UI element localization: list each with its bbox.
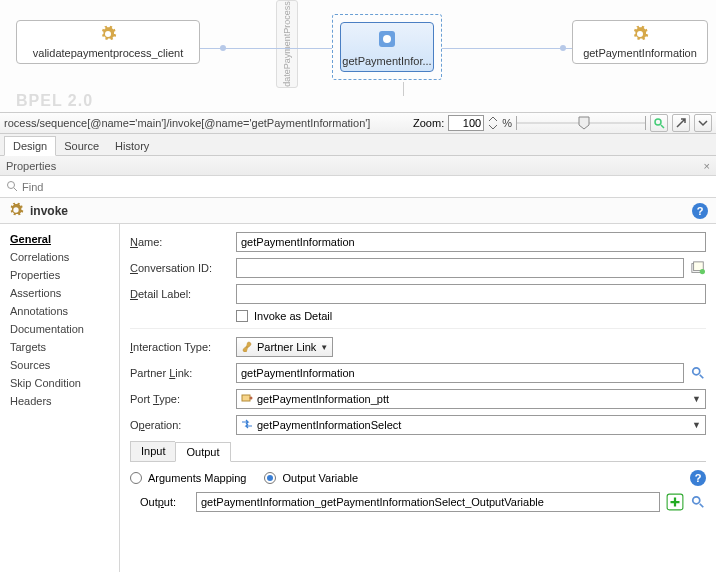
interaction-type-label: Interaction Type:	[130, 341, 230, 353]
subtab-output[interactable]: Output	[175, 442, 230, 462]
chevron-down-icon: ▼	[692, 420, 701, 430]
svg-point-5	[700, 269, 705, 274]
generate-id-button[interactable]	[690, 260, 706, 276]
zoom-pct: %	[502, 117, 512, 129]
zoom-fit-button[interactable]	[650, 114, 668, 132]
zoom-slider[interactable]	[516, 116, 646, 130]
sidebar-item-correlations[interactable]: Correlations	[10, 248, 109, 266]
sidebar-item-headers[interactable]: Headers	[10, 392, 109, 410]
tab-design[interactable]: Design	[4, 136, 56, 156]
conversation-id-label: Conversation ID:	[130, 262, 230, 274]
invoke-section-header: invoke ?	[0, 198, 716, 224]
arguments-mapping-label: Arguments Mapping	[148, 472, 246, 484]
partner-link-label: Partner Link:	[130, 367, 230, 379]
breadcrumb: rocess/sequence[@name='main']/invoke[@na…	[4, 117, 370, 129]
operation-icon	[241, 418, 253, 432]
node-label: getPaymentInformation	[583, 47, 697, 59]
breadcrumb-bar: rocess/sequence[@name='main']/invoke[@na…	[0, 112, 716, 134]
port-icon	[241, 392, 253, 406]
help-icon[interactable]: ?	[692, 203, 708, 219]
sidebar-item-skip-condition[interactable]: Skip Condition	[10, 374, 109, 392]
node-label: validatepaymentprocess_client	[33, 47, 183, 59]
interaction-type-dropdown[interactable]: Partner Link ▼	[236, 337, 333, 357]
svg-point-6	[693, 368, 700, 375]
sidebar-item-targets[interactable]: Targets	[10, 338, 109, 356]
svg-point-1	[655, 119, 661, 125]
svg-point-10	[693, 497, 700, 504]
sidebar-item-properties[interactable]: Properties	[10, 266, 109, 284]
browse-partner-link-button[interactable]	[690, 365, 706, 381]
bpel-watermark: BPEL 2.0	[16, 92, 93, 110]
form-panel: Name: Conversation ID: Detail Label: Inv…	[120, 224, 716, 572]
gear-icon	[631, 25, 649, 45]
side-nav: General Correlations Properties Assertio…	[0, 224, 120, 572]
browse-output-button[interactable]	[690, 494, 706, 510]
detail-label-label: Detail Label:	[130, 288, 230, 300]
properties-pane-header: Properties ×	[0, 156, 716, 176]
connector-endpoint	[560, 45, 566, 51]
help-icon[interactable]: ?	[690, 470, 706, 486]
detail-label-field[interactable]	[236, 284, 706, 304]
partner-link-field[interactable]	[236, 363, 684, 383]
invoke-as-detail-checkbox[interactable]	[236, 310, 248, 322]
link-icon	[241, 340, 253, 354]
sidebar-item-annotations[interactable]: Annotations	[10, 302, 109, 320]
add-output-button[interactable]	[666, 493, 684, 511]
bpel-canvas[interactable]: datePaymentProcess validatepaymentproces…	[0, 0, 716, 112]
operation-combo[interactable]: getPaymentInformationSelect ▼	[236, 415, 706, 435]
port-type-combo[interactable]: getPaymentInformation_ptt ▼	[236, 389, 706, 409]
zoom-input[interactable]	[448, 115, 484, 131]
io-subtabs: Input Output	[130, 441, 706, 462]
subtab-input[interactable]: Input	[130, 441, 175, 461]
port-type-label: Port Type:	[130, 393, 230, 405]
name-field[interactable]	[236, 232, 706, 252]
svg-point-2	[8, 181, 15, 188]
tab-history[interactable]: History	[107, 137, 157, 155]
properties-title: Properties	[6, 160, 56, 172]
menu-button[interactable]	[694, 114, 712, 132]
arguments-mapping-radio[interactable]	[130, 472, 142, 484]
find-input[interactable]	[22, 181, 710, 193]
tab-source[interactable]: Source	[56, 137, 107, 155]
zoom-label: Zoom:	[413, 117, 444, 129]
output-field[interactable]	[196, 492, 660, 512]
gear-icon	[99, 25, 117, 45]
find-bar	[0, 176, 716, 198]
output-variable-radio[interactable]	[264, 472, 276, 484]
conversation-id-field[interactable]	[236, 258, 684, 278]
slider-thumb[interactable]	[577, 116, 589, 130]
invoke-title-label: invoke	[30, 204, 68, 218]
connector	[442, 48, 572, 49]
sidebar-item-sources[interactable]: Sources	[10, 356, 109, 374]
gear-icon	[375, 27, 399, 53]
node-getpaymentinformation[interactable]: getPaymentInformation	[572, 20, 708, 64]
svg-point-8	[250, 397, 253, 400]
spinner-icon[interactable]	[488, 116, 498, 130]
vertical-swimlane-label: datePaymentProcess	[276, 0, 298, 88]
svg-rect-7	[242, 395, 250, 401]
invoke-as-detail-label: Invoke as Detail	[254, 310, 332, 322]
name-label: Name:	[130, 236, 230, 248]
editor-tabs: Design Source History	[0, 134, 716, 156]
operation-label: Operation:	[130, 419, 230, 431]
node-getpaymentinfo-selected[interactable]: getPaymentInfor...	[340, 22, 434, 72]
sidebar-item-documentation[interactable]: Documentation	[10, 320, 109, 338]
chevron-down-icon: ▼	[320, 343, 328, 352]
output-variable-label: Output Variable	[282, 472, 358, 484]
gear-icon	[8, 202, 24, 220]
output-label: Output:	[140, 496, 190, 508]
connector-down	[403, 82, 404, 96]
expand-button[interactable]	[672, 114, 690, 132]
search-icon	[6, 180, 18, 194]
node-label: getPaymentInfor...	[342, 55, 431, 67]
node-validatepaymentprocess-client[interactable]: validatepaymentprocess_client	[16, 20, 200, 64]
sidebar-item-general[interactable]: General	[10, 230, 109, 248]
sidebar-item-assertions[interactable]: Assertions	[10, 284, 109, 302]
connector-endpoint	[220, 45, 226, 51]
close-icon[interactable]: ×	[704, 160, 710, 172]
chevron-down-icon: ▼	[692, 394, 701, 404]
